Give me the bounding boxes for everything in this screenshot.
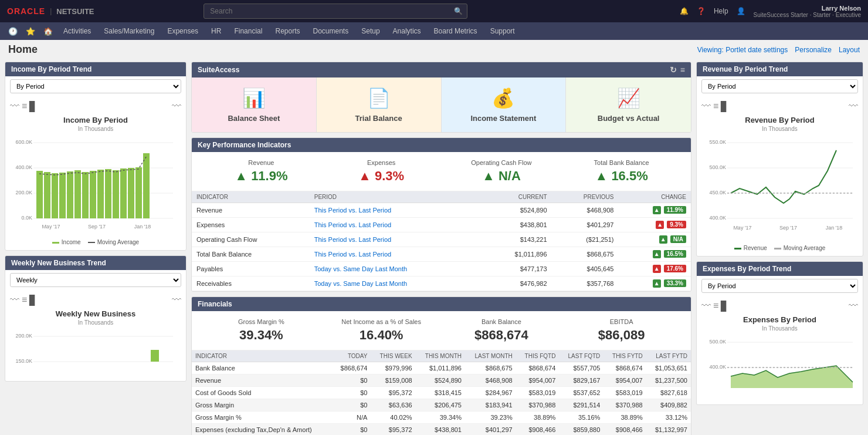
kpi-period-cell[interactable]: Today vs. Same Day Last Month [310, 276, 482, 291]
suite-tile-balance-sheet[interactable]: 📊 Balance Sheet [192, 77, 317, 132]
layout-button[interactable]: Layout [839, 46, 860, 54]
chart-type-line-icon[interactable]: 〰 [10, 101, 19, 112]
chart-type-bar-icon[interactable]: ≡ [22, 101, 27, 112]
nav-sales-marketing[interactable]: Sales/Marketing [98, 25, 160, 38]
svg-rect-18 [113, 170, 119, 218]
nav-board-metrics[interactable]: Board Metrics [428, 25, 483, 38]
kpi-expenses-value: ▲ 9.3% [321, 168, 442, 184]
revenue-select-wrapper[interactable]: By Period [697, 76, 863, 96]
nav-documents[interactable]: Documents [307, 25, 355, 38]
rev-chart-line-icon[interactable]: 〰 [701, 101, 711, 112]
search-input[interactable] [204, 4, 467, 19]
nav-hr[interactable]: HR [205, 25, 227, 38]
change-arrow-icon: ▲ [659, 235, 667, 244]
weekly-chart-line-icon[interactable]: 〰 [10, 295, 19, 306]
nav-setup[interactable]: Setup [355, 25, 385, 38]
expenses-period-select[interactable]: By Period [701, 279, 858, 293]
financials-table-row: Revenue $0 $159,008 $524,890 $468,908 $9… [192, 375, 691, 387]
fin-this-week-cell: $95,372 [371, 424, 415, 436]
exp-chart-line-icon[interactable]: 〰 [701, 301, 711, 312]
suite-access-card: SuiteAccess ↻ ≡ 📊 Balance Sheet 📄 Trial … [191, 62, 691, 133]
center-column: SuiteAccess ↻ ≡ 📊 Balance Sheet 📄 Trial … [191, 62, 691, 435]
top-bar: ORACLE | NETSUITE 🔍 🔔 ❓ Help 👤 Larry Nel… [0, 0, 868, 22]
nav-expenses[interactable]: Expenses [161, 25, 204, 38]
suite-refresh-icon[interactable]: ↻ [670, 65, 677, 75]
nav-home-icon[interactable]: 🏠 [40, 25, 56, 38]
exp-chart-expand-icon[interactable]: 〰 [849, 301, 858, 312]
financials-summary-row: Gross Margin % 39.34% Net Income as a % … [192, 311, 691, 350]
weekly-select-wrapper[interactable]: Weekly [5, 270, 186, 290]
rev-chart-expand-icon[interactable]: 〰 [849, 101, 858, 112]
kpi-revenue-value: ▲ 11.9% [201, 168, 321, 184]
kpi-ocf-value: ▲ N/A [442, 168, 562, 184]
kpi-previous-cell: $405,645 [552, 262, 619, 276]
fin-ebitda-label: EBITDA [561, 318, 681, 325]
fin-last-fytd-cell: $1,053,651 [646, 362, 691, 375]
income-select-wrapper[interactable]: By Period [5, 76, 186, 96]
nav-star-icon[interactable]: ⭐ [22, 25, 39, 38]
svg-rect-10 [52, 173, 58, 218]
nav-activities[interactable]: Activities [57, 25, 97, 38]
kpi-previous-cell: ($21,251) [552, 232, 619, 247]
change-badge: 33.3% [664, 279, 686, 287]
weekly-chart-column-icon[interactable]: ▊ [29, 295, 36, 306]
exp-chart-col-icon[interactable]: ▊ [721, 301, 728, 312]
fin-indicator-cell: Gross Margin [192, 399, 333, 412]
kpi-ocf-arrow: ▲ [482, 168, 495, 183]
income-statement-label: Income Statement [470, 114, 536, 123]
kpi-period-cell[interactable]: This Period vs. Last Period [310, 218, 482, 232]
nav-analytics[interactable]: Analytics [387, 25, 427, 38]
personalize-button[interactable]: Personalize [795, 46, 832, 54]
help-label[interactable]: Help [714, 7, 728, 15]
suite-tile-income-statement[interactable]: 💰 Income Statement [442, 77, 567, 132]
weekly-chart-expand-icon[interactable]: 〰 [172, 295, 181, 306]
expenses-select-wrapper[interactable]: By Period [697, 276, 863, 296]
exp-chart-bar-icon[interactable]: ≡ [713, 301, 718, 312]
kpi-period-cell[interactable]: This Period vs. Last Period [310, 247, 482, 262]
income-period-select[interactable]: By Period [10, 79, 181, 93]
kpi-previous-cell: $468,908 [552, 203, 619, 218]
nav-clock-icon[interactable]: 🕐 [5, 25, 21, 38]
fin-last-month-cell: $468,908 [465, 375, 516, 387]
weekly-chart-bar-icon[interactable]: ≡ [22, 295, 27, 306]
change-arrow-icon: ▲ [653, 265, 661, 273]
search-box[interactable]: 🔍 [204, 4, 467, 19]
rev-chart-bar-icon[interactable]: ≡ [713, 101, 718, 112]
suite-access-title: SuiteAccess [198, 66, 239, 74]
kpi-table-row: Payables Today vs. Same Day Last Month $… [192, 262, 691, 276]
weekly-chart-container: 〰 ≡ ▊ 〰 Weekly New Business In Thousands… [5, 290, 186, 381]
fin-last-fqtd-cell: $537,652 [559, 387, 603, 399]
kpi-current-cell: $1,011,896 [482, 247, 552, 262]
weekly-period-select[interactable]: Weekly [10, 273, 181, 287]
nav-support[interactable]: Support [484, 25, 521, 38]
suite-tile-trial-balance[interactable]: 📄 Trial Balance [317, 77, 442, 132]
fin-last-fqtd-cell: $829,167 [559, 375, 603, 387]
fin-this-week-cell: $979,996 [371, 362, 415, 375]
chart-type-column-icon[interactable]: ▊ [29, 101, 36, 112]
nav-financial[interactable]: Financial [228, 25, 268, 38]
help-icon[interactable]: ❓ [697, 7, 706, 15]
financials-table: Indicator Today This Week This Month Las… [192, 350, 691, 435]
revenue-chart-title: Revenue By Period [701, 116, 858, 124]
kpi-col-change: Change [618, 191, 691, 203]
suite-menu-icon[interactable]: ≡ [680, 65, 685, 75]
revenue-period-select[interactable]: By Period [701, 79, 858, 93]
fin-col-today: Today [333, 350, 371, 362]
fin-today-cell: $0 [333, 424, 371, 436]
kpi-period-cell[interactable]: Today vs. Same Day Last Month [310, 262, 482, 276]
fin-this-fqtd-cell: $954,007 [516, 375, 560, 387]
fin-col-last-fytd: Last FYTD [646, 350, 691, 362]
chart-expand-icon[interactable]: 〰 [172, 101, 181, 112]
fin-col-this-fqtd: This FQTD [516, 350, 560, 362]
notifications-icon[interactable]: 🔔 [680, 7, 689, 15]
suite-tile-budget-actual[interactable]: 📈 Budget vs Actual [566, 77, 691, 132]
financials-title: Financials [198, 300, 232, 308]
kpi-period-cell[interactable]: This Period vs. Last Period [310, 203, 482, 218]
rev-chart-col-icon[interactable]: ▊ [721, 101, 728, 112]
viewing-portlet-settings[interactable]: Viewing: Portlet date settings [697, 46, 788, 54]
svg-text:May '17: May '17 [733, 225, 751, 231]
kpi-period-cell[interactable]: This Period vs. Last Period [310, 232, 482, 247]
nav-reports[interactable]: Reports [269, 25, 306, 38]
fin-this-month-cell: $206,475 [416, 399, 465, 412]
svg-text:200.0K: 200.0K [15, 333, 32, 339]
